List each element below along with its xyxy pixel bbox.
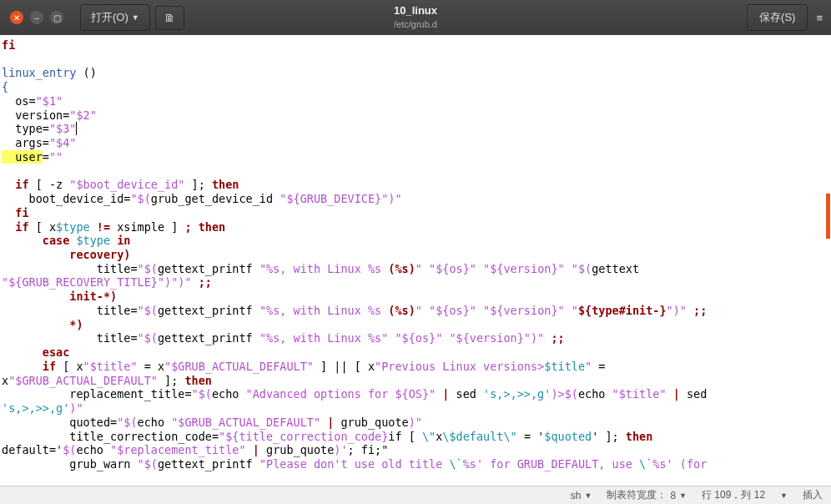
chevron-down-icon: ▼ <box>585 491 592 500</box>
title-area: 10_linux /etc/grub.d <box>394 4 437 30</box>
open-label: 打开(O) <box>91 10 128 25</box>
statusbar: sh ▼ 制表符宽度：8 ▼ 行 109，列 12 ▼ 插入 <box>0 486 831 504</box>
minimize-icon[interactable]: – <box>30 11 43 24</box>
language-selector[interactable]: sh ▼ <box>571 490 592 501</box>
tab-width-selector[interactable]: 制表符宽度：8 ▼ <box>607 488 687 502</box>
close-icon[interactable]: ✕ <box>10 11 23 24</box>
chevron-down-icon: ▼ <box>132 13 139 22</box>
window-controls: ✕ – ▢ <box>0 11 73 24</box>
titlebar: ✕ – ▢ 打开(O) ▼ 🗎 10_linux /etc/grub.d 保存(… <box>0 0 831 35</box>
document-path: /etc/grub.d <box>394 18 437 30</box>
open-button[interactable]: 打开(O) ▼ <box>80 4 150 31</box>
cursor-position[interactable]: 行 109，列 12 <box>702 488 765 502</box>
code-editor[interactable]: fi linux_entry () { os="$1" version="$2"… <box>0 35 831 486</box>
insert-mode[interactable]: 插入 <box>803 488 823 502</box>
new-doc-icon: 🗎 <box>164 12 175 24</box>
document-title: 10_linux <box>394 4 437 18</box>
chevron-down-icon: ▼ <box>780 491 788 500</box>
maximize-icon[interactable]: ▢ <box>50 11 63 24</box>
scrollbar-thumb[interactable] <box>826 194 830 239</box>
hamburger-menu-icon[interactable]: ≡ <box>816 12 823 24</box>
new-document-button[interactable]: 🗎 <box>155 6 184 30</box>
chevron-down-icon: ▼ <box>679 491 687 500</box>
save-button[interactable]: 保存(S) <box>747 4 808 31</box>
